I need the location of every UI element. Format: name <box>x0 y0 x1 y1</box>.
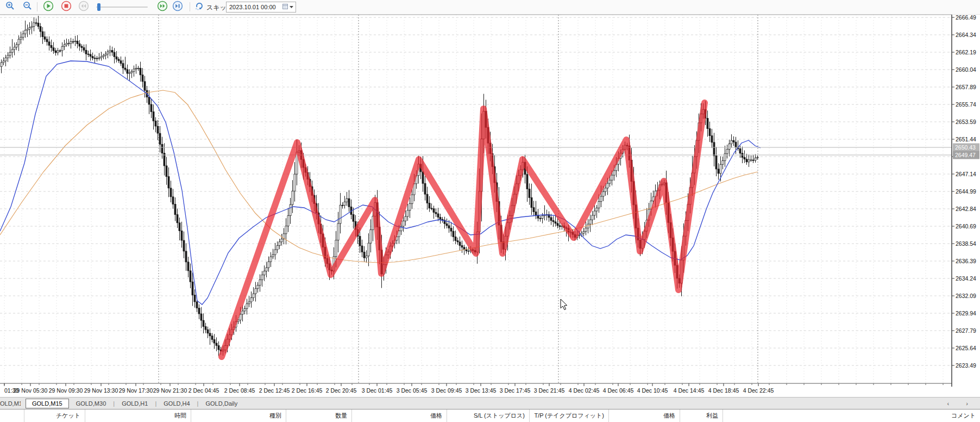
candles-layer <box>1 16 758 356</box>
svg-text:2660.04: 2660.04 <box>956 66 976 73</box>
column-header-2: 時間 <box>85 409 191 422</box>
mt5-tester-window: スキップ 2023.10.01 00:00 2666.492664.342662… <box>0 0 980 422</box>
tab-divider: | <box>197 400 199 407</box>
svg-text:2623.49: 2623.49 <box>956 362 976 369</box>
svg-text:2638.54: 2638.54 <box>956 240 976 247</box>
chart-canvas[interactable]: 2666.492664.342662.192660.042657.892655.… <box>0 0 980 422</box>
price-axis: 2666.492664.342662.192660.042657.892655.… <box>952 14 979 369</box>
bid-price-tag: 2650.43 <box>953 144 979 152</box>
svg-text:2640.69: 2640.69 <box>956 223 976 229</box>
mouse-cursor <box>561 299 567 310</box>
svg-text:29 Nov 05:30: 29 Nov 05:30 <box>14 387 48 394</box>
svg-text:29 Nov 21:30: 29 Nov 21:30 <box>153 387 187 394</box>
svg-text:2647.14: 2647.14 <box>956 171 976 177</box>
svg-text:29 Nov 09:30: 29 Nov 09:30 <box>49 387 83 394</box>
positions-table-header: チケット時間種別数量価格S/L (ストップロス)T/P (テイクプロフィット)価… <box>0 409 980 422</box>
svg-text:3 Dec 09:45: 3 Dec 09:45 <box>431 387 462 394</box>
svg-text:2642.84: 2642.84 <box>956 206 976 212</box>
svg-text:2632.09: 2632.09 <box>956 293 976 299</box>
svg-text:4 Dec 22:45: 4 Dec 22:45 <box>743 387 774 394</box>
tab-divider: | <box>155 400 156 407</box>
tab-gold-h4[interactable]: GOLD,H4 <box>164 400 190 407</box>
svg-text:2650.43: 2650.43 <box>955 144 976 151</box>
svg-text:2 Dec 20:45: 2 Dec 20:45 <box>326 387 357 394</box>
tab-gold-m30[interactable]: GOLD,M30 <box>76 400 106 407</box>
svg-text:2 Dec 04:45: 2 Dec 04:45 <box>189 387 219 394</box>
column-header-4: 数量 <box>286 409 352 422</box>
svg-text:2666.49: 2666.49 <box>956 14 976 21</box>
column-header-5: 価格 <box>352 409 447 422</box>
tab-gold-m15[interactable]: GOLD,M15 <box>26 399 69 408</box>
svg-text:4 Dec 18:45: 4 Dec 18:45 <box>708 387 739 394</box>
svg-text:2625.64: 2625.64 <box>956 345 976 351</box>
column-header-10: コメント <box>723 409 980 422</box>
ask-price-tag: 2649.47 <box>953 151 979 159</box>
tab-scroll-arrows[interactable]: ‹ › <box>947 400 976 407</box>
tab-gold-h1[interactable]: GOLD,H1 <box>122 400 148 407</box>
svg-text:4 Dec 14:45: 4 Dec 14:45 <box>674 387 705 394</box>
svg-text:4 Dec 02:45: 4 Dec 02:45 <box>569 387 600 394</box>
svg-text:2655.74: 2655.74 <box>956 101 976 108</box>
bid-ask-layer <box>0 147 952 155</box>
svg-text:3 Dec 05:45: 3 Dec 05:45 <box>397 387 428 394</box>
zigzag-line <box>222 103 705 357</box>
svg-text:2651.44: 2651.44 <box>956 136 976 142</box>
tab-old-m1[interactable]: OLD,M1 <box>0 400 21 407</box>
tab-divider: | <box>113 400 115 407</box>
svg-text:2644.99: 2644.99 <box>956 188 976 195</box>
svg-text:2649.47: 2649.47 <box>955 152 976 158</box>
svg-text:3 Dec 13:45: 3 Dec 13:45 <box>466 387 497 394</box>
svg-text:2636.39: 2636.39 <box>956 258 976 264</box>
zigzag-overlay <box>222 103 705 357</box>
svg-text:3 Dec 01:45: 3 Dec 01:45 <box>362 387 393 394</box>
column-header-8: 価格 <box>609 409 680 422</box>
tab-gold-daily[interactable]: GOLD,Daily <box>205 400 237 407</box>
svg-text:2 Dec 16:45: 2 Dec 16:45 <box>292 387 323 394</box>
column-header-9: 利益 <box>680 409 723 422</box>
svg-text:2634.24: 2634.24 <box>956 275 976 282</box>
svg-text:2662.19: 2662.19 <box>956 49 976 55</box>
column-header-1: チケット <box>24 409 85 422</box>
time-axis: 01:3029 Nov 05:3029 Nov 09:3029 Nov 13:3… <box>4 383 943 394</box>
column-header-6: S/L (ストップロス) <box>447 409 530 422</box>
svg-text:2 Dec 12:45: 2 Dec 12:45 <box>259 387 290 394</box>
svg-text:3 Dec 21:45: 3 Dec 21:45 <box>534 387 565 394</box>
svg-text:2 Dec 08:45: 2 Dec 08:45 <box>224 387 255 394</box>
column-header-3: 種別 <box>191 409 286 422</box>
svg-text:29 Nov 17:30: 29 Nov 17:30 <box>119 387 153 394</box>
svg-text:2664.34: 2664.34 <box>956 32 976 38</box>
svg-text:4 Dec 06:45: 4 Dec 06:45 <box>603 387 634 394</box>
svg-text:2653.59: 2653.59 <box>956 119 976 125</box>
timeframe-tabbar: OLD,M1GOLD,M15GOLD,M30|GOLD,H1|GOLD,H4|G… <box>0 397 980 409</box>
svg-text:3 Dec 17:45: 3 Dec 17:45 <box>500 387 531 394</box>
svg-text:29 Nov 13:30: 29 Nov 13:30 <box>84 387 118 394</box>
svg-text:2627.79: 2627.79 <box>956 327 976 334</box>
svg-text:2629.94: 2629.94 <box>956 310 976 316</box>
column-header-blank <box>0 409 24 422</box>
column-header-7: T/P (テイクプロフィット) <box>530 409 609 422</box>
svg-text:2657.89: 2657.89 <box>956 84 976 90</box>
svg-text:4 Dec 10:45: 4 Dec 10:45 <box>637 387 668 394</box>
